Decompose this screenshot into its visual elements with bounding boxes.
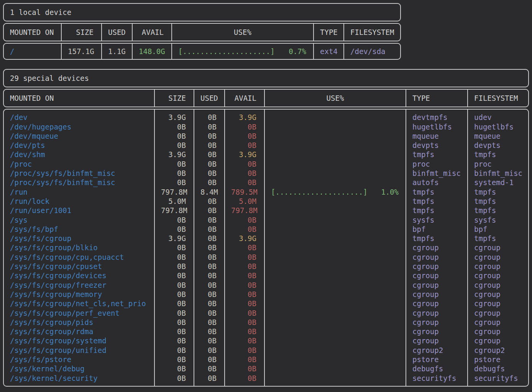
- used-cell: 0B: [194, 197, 224, 206]
- avail-cell: 789.5M: [225, 187, 264, 197]
- type-cell: cgroup: [406, 262, 467, 271]
- type-cell: cgroup: [406, 280, 467, 290]
- type-cell: binfmt_misc: [406, 169, 467, 178]
- use-percent-cell: [265, 299, 406, 308]
- size-cell: 3.9G: [155, 150, 194, 159]
- avail-cell: 0B: [225, 131, 264, 141]
- avail-cell: 3.9G: [225, 113, 264, 122]
- filesystem-cell: cgroup: [468, 280, 528, 290]
- avail-cell: 0B: [225, 271, 264, 280]
- mount-point-cell: /sys/fs/cgroup/unified: [4, 346, 154, 355]
- mount-point-cell: /dev/hugepages: [4, 122, 154, 131]
- mount-point-cell: /sys/fs/cgroup/net_cls,net_prio: [4, 299, 154, 308]
- local-devices-title: 1 local device: [4, 8, 400, 17]
- size-cell: 0B: [155, 159, 194, 169]
- special-devices-title: 29 special devices: [4, 74, 528, 83]
- filesystem-cell: cgroup: [468, 318, 528, 327]
- size-cell: 0B: [155, 178, 194, 187]
- use-percent-cell: [265, 243, 406, 252]
- column-header-avail: AVAIL: [132, 24, 171, 41]
- size-cell: 5.0M: [155, 197, 194, 206]
- use-percent-cell: [265, 169, 406, 178]
- use-percent-cell: [265, 131, 406, 141]
- mount-point-cell: /: [4, 47, 61, 56]
- use-percent-cell: [265, 280, 406, 290]
- usage-bar: [....................]: [271, 187, 368, 197]
- use-percent-cell: [....................]1.0%: [265, 187, 406, 197]
- filesystem-cell: mqueue: [468, 131, 528, 141]
- mount-point-cell: /sys/kernel/security: [4, 374, 154, 383]
- type-cell: autofs: [406, 178, 467, 187]
- size-cell: 0B: [155, 253, 194, 262]
- avail-cell: 3.9G: [225, 234, 264, 243]
- use-percent-cell: [265, 290, 406, 299]
- size-cell: 0B: [155, 299, 194, 308]
- filesystem-cell: tmpfs: [468, 197, 528, 206]
- type-cell: ext4: [314, 47, 343, 56]
- size-cell: 0B: [155, 271, 194, 280]
- size-cell: 157.1G: [62, 47, 101, 56]
- type-cell: tmpfs: [406, 150, 467, 159]
- avail-cell: 148.0G: [133, 47, 171, 56]
- type-cell: cgroup: [406, 327, 467, 336]
- size-cell: 0B: [155, 141, 194, 150]
- filesystem-cell: securityfs: [468, 374, 528, 383]
- terminal-output: 1 local device MOUNTED ON SIZE USED AVAI…: [0, 0, 532, 392]
- local-devices-body: / 157.1G 1.1G 148.0G [..................…: [3, 43, 401, 60]
- use-percent-cell: [265, 374, 406, 383]
- used-cell: 0B: [194, 150, 224, 159]
- filesystem-cell: cgroup: [468, 327, 528, 336]
- column-header-type: TYPE: [406, 90, 467, 107]
- mount-point-cell: /run: [4, 187, 154, 197]
- filesystem-cell: tmpfs: [468, 234, 528, 243]
- mount-point-cell: /dev/mqueue: [4, 131, 154, 141]
- mount-point-cell: /sys/fs/cgroup/perf_event: [4, 308, 154, 318]
- type-cell: tmpfs: [406, 197, 467, 206]
- type-cell: debugfs: [406, 364, 467, 373]
- avail-cell: 0B: [225, 327, 264, 336]
- size-cell: 0B: [155, 327, 194, 336]
- usage-percent: 1.0%: [381, 187, 399, 197]
- mount-point-cell: /sys/fs/cgroup/cpuset: [4, 262, 154, 271]
- column-header-mounted-on: MOUNTED ON: [4, 90, 154, 107]
- filesystem-cell: cgroup: [468, 336, 528, 345]
- mount-point-cell: /run/user/1001: [4, 206, 154, 215]
- use-percent-cell: [265, 262, 406, 271]
- used-cell: 8.4M: [194, 187, 224, 197]
- column-header-avail: AVAIL: [224, 90, 264, 107]
- type-cell: pstore: [406, 355, 467, 364]
- local-devices-header-row: MOUNTED ON SIZE USED AVAIL USE% TYPE FIL…: [3, 23, 401, 41]
- size-cell: 0B: [155, 336, 194, 345]
- avail-cell: 0B: [225, 318, 264, 327]
- use-percent-column: [....................]0.7%: [171, 44, 313, 59]
- use-percent-cell: [265, 346, 406, 355]
- type-cell: cgroup: [406, 271, 467, 280]
- avail-cell: 0B: [225, 262, 264, 271]
- use-percent-column: [....................]1.0%: [264, 110, 406, 386]
- filesystem-cell: bpf: [468, 225, 528, 234]
- usage-percent: 0.7%: [289, 47, 306, 56]
- avail-cell: 0B: [225, 215, 264, 225]
- used-cell: 0B: [194, 364, 224, 373]
- use-percent-cell: [265, 141, 406, 150]
- used-cell: 0B: [194, 159, 224, 169]
- filesystem-cell: tmpfs: [468, 150, 528, 159]
- mount-point-cell: /proc/sys/fs/binfmt_misc: [4, 178, 154, 187]
- size-cell: 0B: [155, 169, 194, 178]
- used-cell: 0B: [194, 234, 224, 243]
- type-cell: cgroup: [406, 336, 467, 345]
- filesystem-column: udevhugetlbfsmqueuedevptstmpfsprocbinfmt…: [467, 110, 528, 386]
- type-cell: bpf: [406, 225, 467, 234]
- type-cell: cgroup: [406, 299, 467, 308]
- filesystem-cell: proc: [468, 159, 528, 169]
- filesystem-cell: cgroup: [468, 290, 528, 299]
- avail-cell: 0B: [225, 308, 264, 318]
- usage-bar: [....................]: [178, 47, 275, 56]
- size-cell: 0B: [155, 364, 194, 373]
- type-cell: cgroup: [406, 290, 467, 299]
- column-header-filesystem: FILESYSTEM: [467, 90, 528, 107]
- mount-point-cell: /sys/fs/cgroup/freezer: [4, 280, 154, 290]
- column-header-use-percent: USE%: [264, 90, 406, 107]
- special-devices-title-box: 29 special devices: [3, 69, 529, 87]
- avail-cell: 0B: [225, 346, 264, 355]
